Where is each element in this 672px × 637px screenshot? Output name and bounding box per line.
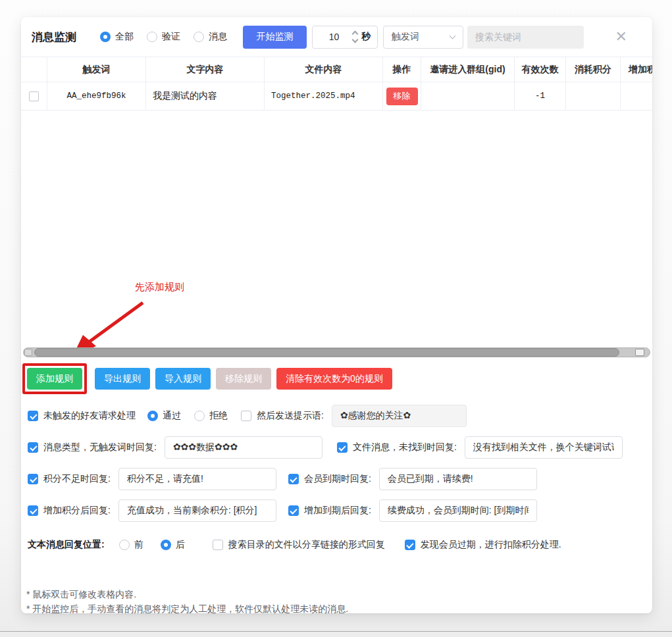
radio-verify[interactable]: 验证 bbox=[147, 31, 180, 43]
interval-input[interactable]: 10 秒 bbox=[312, 26, 378, 49]
cell-cost-points[interactable] bbox=[566, 82, 621, 110]
radio-message[interactable]: 消息 bbox=[194, 31, 227, 43]
expiry-added-reply-input[interactable] bbox=[379, 499, 537, 522]
radio-icon[interactable] bbox=[147, 32, 157, 42]
scope-radio-group: 全部 验证 消息 bbox=[100, 31, 227, 43]
front-label: 前 bbox=[134, 539, 143, 551]
cell-valid-count[interactable]: -1 bbox=[515, 82, 566, 110]
member-expired-group: 会员到期时回复: bbox=[288, 468, 537, 490]
number-stepper[interactable] bbox=[353, 32, 357, 42]
remove-rules-button[interactable]: 移除规则 bbox=[216, 368, 271, 390]
file-not-found-reply-input[interactable] bbox=[465, 436, 623, 459]
no-trigger-row: 消息类型，无触发词时回复: 文件消息，未找到时回复: bbox=[21, 436, 652, 459]
col-text: 文字内容 bbox=[146, 57, 265, 82]
cell-text[interactable]: 我是测试的内容 bbox=[146, 82, 265, 110]
step-down-icon[interactable] bbox=[352, 37, 359, 43]
radio-icon[interactable] bbox=[194, 411, 205, 421]
friend-request-label: 未触发的好友请求处理 bbox=[43, 410, 136, 422]
rules-toolbar: 添加规则 导出规则 导入规则 移除规则 清除有效次数为0的规则 bbox=[21, 363, 652, 394]
file-not-found-checkbox[interactable] bbox=[337, 442, 348, 453]
deduct-expired-checkbox[interactable] bbox=[405, 540, 415, 550]
expiry-added-group: 增加到期后回复: bbox=[288, 499, 537, 522]
cell-add-points[interactable] bbox=[621, 82, 652, 110]
points-insufficient-checkbox[interactable] bbox=[28, 474, 38, 484]
col-add-points: 增加积分 bbox=[621, 57, 652, 82]
close-icon[interactable]: ✕ bbox=[615, 30, 627, 44]
cell-group[interactable] bbox=[421, 82, 515, 110]
back-label: 后 bbox=[176, 539, 185, 551]
footnotes: * 鼠标双击可修改表格内容. * 开始监控后，手动查看的消息将判定为人工处理，软… bbox=[21, 587, 652, 613]
points-insufficient-reply-input[interactable] bbox=[118, 468, 276, 490]
no-trigger-group: 消息类型，无触发词时回复: bbox=[28, 436, 323, 459]
col-valid-count: 有效次数 bbox=[515, 57, 566, 82]
col-trigger: 触发词 bbox=[47, 57, 146, 82]
add-rule-button[interactable]: 添加规则 bbox=[27, 368, 82, 390]
scrollbar-thumb[interactable] bbox=[34, 348, 619, 357]
radio-all[interactable]: 全部 bbox=[100, 31, 134, 43]
reject-label: 拒绝 bbox=[209, 410, 228, 422]
approve-label: 通过 bbox=[163, 410, 181, 422]
points-added-row: 增加积分后回复: 增加到期后回复: bbox=[21, 499, 652, 522]
points-added-reply-input[interactable] bbox=[118, 499, 276, 522]
rules-table: 触发词 文字内容 文件内容 操作 邀请进入群组(gid) 有效次数 消耗积分 增… bbox=[21, 57, 652, 111]
reply-position-label: 文本消息回复位置: bbox=[28, 539, 105, 551]
col-file: 文件内容 bbox=[265, 57, 383, 82]
expiry-added-checkbox[interactable] bbox=[288, 505, 299, 516]
reject-radio[interactable]: 拒绝 bbox=[194, 410, 228, 422]
col-group: 邀请进入群组(gid) bbox=[421, 57, 515, 82]
message-monitor-window: 消息监测 全部 验证 消息 开始监测 10 秒 bbox=[21, 17, 652, 613]
annotation-highlight-box: 添加规则 bbox=[22, 363, 87, 394]
radio-all-label: 全部 bbox=[115, 31, 134, 43]
clear-zero-rules-button[interactable]: 清除有效次数为0的规则 bbox=[276, 368, 392, 390]
radio-icon[interactable] bbox=[194, 32, 204, 42]
start-monitor-button[interactable]: 开始监测 bbox=[243, 26, 307, 49]
export-rules-button[interactable]: 导出规则 bbox=[95, 368, 150, 390]
footnote-line: * 开始监控后，手动查看的消息将判定为人工处理，软件仅默认处理未读的消息. bbox=[26, 601, 647, 613]
points-added-checkbox[interactable] bbox=[28, 505, 38, 516]
cell-file[interactable]: Together.2025.mp4 bbox=[265, 82, 383, 110]
horizontal-scrollbar[interactable] bbox=[23, 347, 650, 357]
search-input[interactable] bbox=[467, 26, 584, 49]
scroll-left-button[interactable] bbox=[24, 349, 32, 356]
prompt-text-input[interactable] bbox=[332, 405, 467, 427]
chevron-down-icon bbox=[450, 33, 456, 39]
radio-message-label: 消息 bbox=[209, 31, 227, 43]
interval-value[interactable]: 10 bbox=[319, 32, 349, 42]
position-back-radio[interactable]: 后 bbox=[161, 539, 185, 551]
points-added-label: 增加积分后回复: bbox=[43, 505, 111, 517]
search-column-select[interactable]: 触发词 bbox=[383, 26, 463, 49]
no-trigger-checkbox[interactable] bbox=[28, 442, 38, 453]
points-insufficient-label: 积分不足时回复: bbox=[43, 473, 111, 485]
radio-selected-icon[interactable] bbox=[100, 32, 111, 42]
member-expired-reply-input[interactable] bbox=[379, 468, 537, 490]
col-cost-points: 消耗积分 bbox=[566, 57, 621, 82]
share-link-label: 搜索目录的文件以分享链接的形式回复 bbox=[228, 539, 385, 551]
member-expired-checkbox[interactable] bbox=[288, 474, 299, 484]
radio-selected-icon[interactable] bbox=[161, 540, 171, 550]
row-checkbox[interactable] bbox=[29, 91, 39, 101]
friend-request-row: 未触发的好友请求处理 通过 拒绝 然后发送提示语: bbox=[21, 404, 652, 428]
radio-selected-icon[interactable] bbox=[147, 411, 158, 421]
points-insufficient-group: 积分不足时回复: bbox=[28, 468, 276, 490]
position-front-radio[interactable]: 前 bbox=[119, 539, 143, 551]
table-empty-area bbox=[21, 111, 652, 347]
table-header-row: 触发词 文字内容 文件内容 操作 邀请进入群组(gid) 有效次数 消耗积分 增… bbox=[21, 57, 652, 82]
send-prompt-checkbox[interactable] bbox=[241, 411, 251, 421]
expiry-added-label: 增加到期后回复: bbox=[304, 505, 371, 517]
member-expired-label: 会员到期时回复: bbox=[304, 473, 371, 485]
share-link-checkbox[interactable] bbox=[213, 540, 223, 550]
window-bottom-edge bbox=[0, 631, 672, 637]
approve-radio[interactable]: 通过 bbox=[147, 410, 181, 422]
no-trigger-reply-input[interactable] bbox=[165, 436, 323, 459]
cell-trigger[interactable]: AA_ehe9fb96k bbox=[47, 82, 146, 110]
radio-icon[interactable] bbox=[119, 540, 130, 550]
page-title: 消息监测 bbox=[32, 30, 76, 45]
friend-request-checkbox[interactable] bbox=[28, 411, 38, 421]
import-rules-button[interactable]: 导入规则 bbox=[155, 368, 211, 390]
remove-row-button[interactable]: 移除 bbox=[386, 88, 418, 105]
select-value: 触发词 bbox=[392, 31, 419, 43]
annotation-text: 先添加规则 bbox=[135, 281, 184, 293]
no-trigger-label: 消息类型，无触发词时回复: bbox=[43, 442, 157, 453]
window-header: 消息监测 全部 验证 消息 开始监测 10 秒 bbox=[21, 17, 652, 57]
scroll-right-button[interactable] bbox=[635, 349, 644, 356]
